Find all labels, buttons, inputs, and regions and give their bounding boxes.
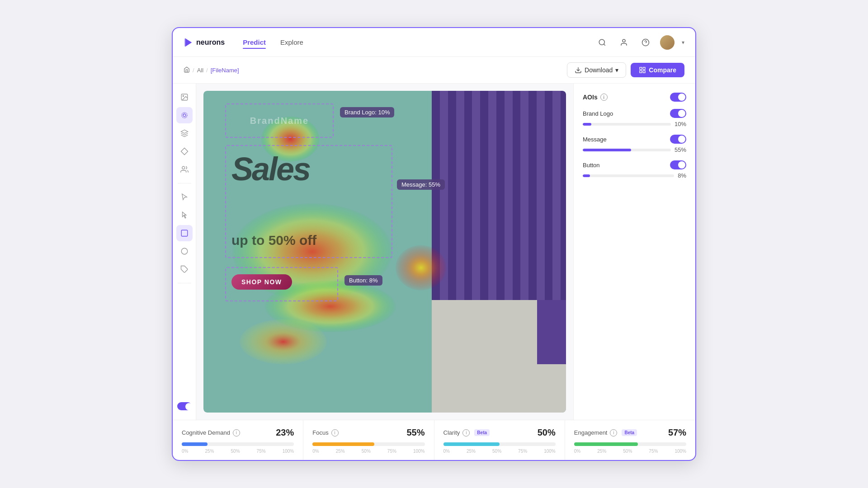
metric-clarity: Clarity i Beta 50% 0%25%50%75%100% bbox=[434, 420, 565, 460]
search-button[interactable] bbox=[595, 35, 609, 50]
svg-rect-19 bbox=[181, 230, 188, 236]
panel-title: AOIs i bbox=[583, 93, 686, 102]
clarity-info-icon[interactable]: i bbox=[462, 429, 470, 436]
compare-button[interactable]: Compare bbox=[631, 63, 684, 77]
main-nav: Predict Explore bbox=[243, 37, 595, 48]
metric-cognitive-demand: Cognitive Demand i 23% 0%25%50%75%100% bbox=[173, 420, 303, 460]
aoi-label-message: Message: 55% bbox=[397, 179, 445, 190]
breadcrumb-sep-2: / bbox=[206, 67, 208, 74]
avatar[interactable] bbox=[660, 35, 675, 50]
aoi-toggle-brand[interactable] bbox=[670, 109, 686, 118]
breadcrumb-sep-1: / bbox=[193, 67, 194, 74]
cognitive-scale: 0%25%50%75%100% bbox=[182, 449, 294, 454]
heatmap-container: BrandName Brand Logo: 10% Sales up to 50… bbox=[203, 91, 566, 413]
aoi-item-brand: Brand Logo 10% bbox=[583, 109, 686, 127]
nav-explore[interactable]: Explore bbox=[280, 37, 303, 48]
clarity-beta-badge: Beta bbox=[474, 429, 490, 436]
metric-engagement: Engagement i Beta 57% 0%25%50%75%100% bbox=[565, 420, 695, 460]
sales-text: Sales bbox=[231, 150, 310, 188]
svg-rect-9 bbox=[643, 67, 646, 70]
clarity-scale: 0%25%50%75%100% bbox=[443, 449, 556, 454]
clarity-bar-container bbox=[443, 442, 556, 446]
aoi-box-brand: BrandName bbox=[225, 103, 334, 138]
aoi-box-message: Sales up to 50% off bbox=[225, 145, 392, 258]
logo-icon bbox=[184, 38, 193, 47]
focus-label: Focus bbox=[312, 429, 328, 436]
svg-marker-17 bbox=[181, 148, 188, 155]
logo-text: neurons bbox=[196, 38, 225, 47]
brand-name-text: BrandName bbox=[250, 116, 309, 126]
profile-chevron[interactable]: ▾ bbox=[682, 39, 684, 46]
clarity-bar bbox=[443, 442, 500, 446]
nav-predict[interactable]: Predict bbox=[243, 37, 266, 48]
logo: neurons bbox=[184, 38, 225, 47]
aoi-toggle-button[interactable] bbox=[670, 160, 686, 169]
toolbar-tag-icon[interactable] bbox=[176, 261, 193, 277]
clarity-label: Clarity bbox=[443, 429, 460, 436]
app-frame: neurons Predict Explore ▾ bbox=[172, 27, 696, 461]
toolbar-pointer-icon[interactable] bbox=[176, 207, 193, 223]
breadcrumb-all[interactable]: All bbox=[197, 67, 203, 74]
focus-bar-container bbox=[312, 442, 425, 446]
metric-focus: Focus i 55% 0%25%50%75%100% bbox=[303, 420, 434, 460]
toolbar-rect-icon[interactable] bbox=[176, 225, 193, 241]
aoi-label-brand: Brand Logo: 10% bbox=[340, 107, 394, 117]
svg-point-25 bbox=[240, 319, 326, 365]
aoi-pct-brand: 10% bbox=[675, 121, 686, 127]
aoi-pct-message: 55% bbox=[675, 146, 686, 153]
aoi-toggle-message[interactable] bbox=[670, 135, 686, 144]
svg-rect-11 bbox=[643, 70, 646, 73]
svg-point-4 bbox=[623, 39, 625, 42]
svg-line-3 bbox=[604, 44, 605, 45]
focus-info-icon[interactable]: i bbox=[331, 429, 339, 436]
toolbar-layers-icon[interactable] bbox=[176, 125, 193, 141]
engagement-scale: 0%25%50%75%100% bbox=[574, 449, 686, 454]
toolbar-diamond-icon[interactable] bbox=[176, 143, 193, 160]
breadcrumb-actions: Download ▾ Compare bbox=[567, 62, 684, 78]
left-toolbar bbox=[173, 84, 196, 420]
svg-marker-16 bbox=[181, 130, 188, 134]
engagement-beta-badge: Beta bbox=[622, 429, 637, 436]
main-content: BrandName Brand Logo: 10% Sales up to 50… bbox=[173, 84, 695, 420]
aoi-item-button: Button 8% bbox=[583, 160, 686, 179]
aoi-pct-button: 8% bbox=[678, 172, 686, 179]
user-button[interactable] bbox=[617, 35, 631, 50]
toolbar-image-icon[interactable] bbox=[176, 89, 193, 105]
image-canvas: BrandName Brand Logo: 10% Sales up to 50… bbox=[203, 91, 566, 413]
cognitive-bar bbox=[182, 442, 208, 446]
download-chevron: ▾ bbox=[615, 66, 618, 74]
download-button[interactable]: Download ▾ bbox=[567, 62, 626, 78]
engagement-pct: 57% bbox=[668, 427, 686, 438]
toolbar-divider-2 bbox=[178, 283, 191, 283]
right-panel: AOIs i Brand Logo 10% bbox=[573, 84, 695, 420]
home-icon[interactable] bbox=[184, 66, 190, 74]
shop-now-text: SHOP NOW bbox=[231, 274, 292, 290]
canvas-area: BrandName Brand Logo: 10% Sales up to 50… bbox=[196, 84, 573, 420]
toolbar-cursor-icon[interactable] bbox=[176, 189, 193, 205]
toolbar-toggle[interactable] bbox=[176, 398, 193, 414]
clarity-pct: 50% bbox=[538, 427, 556, 438]
aoi-global-toggle[interactable] bbox=[670, 93, 686, 102]
aoi-name-brand: Brand Logo bbox=[583, 110, 613, 117]
svg-point-15 bbox=[182, 113, 187, 118]
toolbar-users-icon[interactable] bbox=[176, 161, 193, 178]
breadcrumb: / All / [FileName] bbox=[184, 66, 239, 74]
cognitive-info-icon[interactable]: i bbox=[233, 429, 240, 436]
toolbar-circle-icon[interactable] bbox=[176, 243, 193, 259]
cognitive-bar-container bbox=[182, 442, 294, 446]
cognitive-demand-pct: 23% bbox=[276, 427, 294, 438]
engagement-info-icon[interactable]: i bbox=[610, 429, 617, 436]
svg-point-13 bbox=[183, 95, 184, 96]
help-button[interactable] bbox=[638, 35, 653, 50]
toolbar-heatmap-icon[interactable] bbox=[176, 107, 193, 123]
engagement-bar bbox=[574, 442, 638, 446]
discount-text: up to 50% off bbox=[231, 233, 316, 248]
header-actions: ▾ bbox=[595, 35, 684, 50]
engagement-bar-container bbox=[574, 442, 686, 446]
svg-point-18 bbox=[182, 166, 184, 169]
aoi-label-button: Button: 8% bbox=[344, 275, 382, 286]
aoi-name-button: Button bbox=[583, 162, 600, 169]
svg-point-20 bbox=[181, 248, 188, 254]
aoi-info-icon[interactable]: i bbox=[600, 94, 608, 101]
focus-bar bbox=[312, 442, 374, 446]
